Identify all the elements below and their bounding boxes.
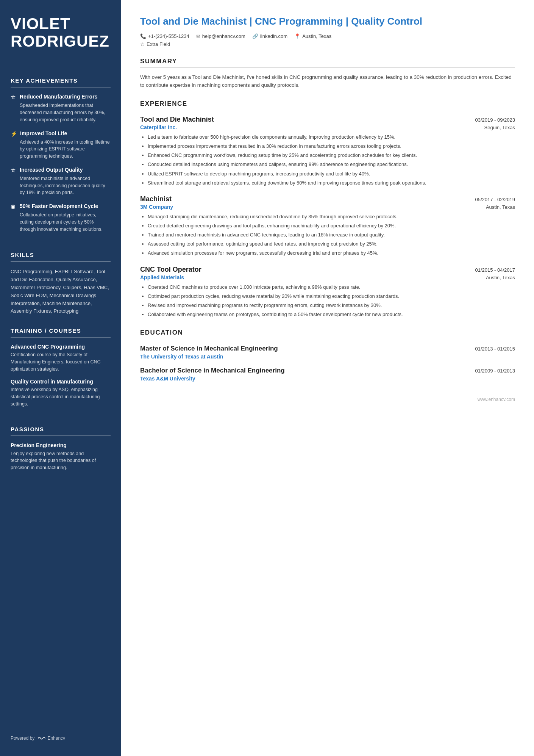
exp-2-bullets: Managed stamping die maintenance, reduci… xyxy=(140,213,515,257)
exp-1-company: Caterpillar Inc. xyxy=(140,124,177,130)
exp-2-subheader: 3M Company Austin, Texas xyxy=(140,204,515,210)
edu-entry-1: Master of Science in Mechanical Engineer… xyxy=(140,344,515,360)
edu-1-university: The University of Texas at Austin xyxy=(140,354,515,360)
email-icon: ✉ xyxy=(196,33,200,39)
contact-linkedin: 🔗 linkedin.com xyxy=(252,33,287,39)
achievements-heading: KEY ACHIEVEMENTS xyxy=(11,77,111,84)
exp-2-bullet-1: Managed stamping die maintenance, reduci… xyxy=(148,213,515,221)
sidebar-footer: Powered by Enhancv xyxy=(11,724,111,741)
experience-heading: EXPERIENCE xyxy=(140,100,515,108)
skills-divider xyxy=(11,261,111,262)
training-2-desc: Intensive workshop by ASQ, emphasizing s… xyxy=(11,386,111,407)
exp-1-header: Tool and Die Machinist 03/2019 - 09/2023 xyxy=(140,116,515,124)
training-1-desc: Certification course by the Society of M… xyxy=(11,351,111,373)
exp-1-bullet-3: Enhanced CNC programming workflows, redu… xyxy=(148,152,515,159)
training-2: Quality Control in Manufacturing Intensi… xyxy=(11,379,111,407)
passions-divider xyxy=(11,435,111,436)
exp-3-bullet-4: Collaborated with engineering teams on p… xyxy=(148,311,515,318)
contact-phone: 📞 +1-(234)-555-1234 xyxy=(140,33,189,39)
training-1-title: Advanced CNC Programming xyxy=(11,344,111,350)
exp-2-company: 3M Company xyxy=(140,204,173,210)
achievement-3-title: Increased Output Quality xyxy=(20,167,83,173)
achievement-1-title: Reduced Manufacturing Errors xyxy=(20,94,97,100)
exp-2-bullet-4: Assessed cutting tool performance, optim… xyxy=(148,240,515,248)
job-title: Tool and Die Machinist | CNC Programming… xyxy=(140,15,515,28)
exp-3-header: CNC Tool Operator 01/2015 - 04/2017 xyxy=(140,266,515,274)
exp-3-bullet-3: Revised and improved machining programs … xyxy=(148,302,515,309)
achievement-4: ◉ 50% Faster Development Cycle Collabora… xyxy=(11,203,111,233)
exp-3-title: CNC Tool Operator xyxy=(140,266,201,274)
edu-2-degree: Bachelor of Science in Mechanical Engine… xyxy=(140,366,475,375)
main-content: Tool and Die Machinist | CNC Programming… xyxy=(121,0,534,756)
edu-1-degree: Master of Science in Mechanical Engineer… xyxy=(140,344,475,353)
exp-3-bullet-2: Optimized part production cycles, reduci… xyxy=(148,293,515,300)
contact-email: ✉ help@enhancv.com xyxy=(196,33,245,39)
exp-1-bullet-5: Utilized ESPRIT software to develop mach… xyxy=(148,170,515,178)
achievement-1: ☆ Reduced Manufacturing Errors Spearhead… xyxy=(11,94,111,123)
phone-icon: 📞 xyxy=(140,33,146,39)
powered-by-label: Powered by xyxy=(11,736,34,741)
achievement-2-desc: Achieved a 40% increase in tooling lifet… xyxy=(11,139,111,160)
contact-extra-row: ☆ Extra Field xyxy=(140,41,515,47)
exp-2-bullet-5: Advanced simulation processes for new pr… xyxy=(148,249,515,257)
contact-extra: ☆ Extra Field xyxy=(140,41,170,47)
achievements-list: ☆ Reduced Manufacturing Errors Spearhead… xyxy=(11,94,111,239)
main-footer: www.enhancv.com xyxy=(140,397,515,402)
location-icon: 📍 xyxy=(294,33,300,39)
exp-3-bullet-1: Operated CNC machines to produce over 1,… xyxy=(148,283,515,291)
edu-1-header: Master of Science in Mechanical Engineer… xyxy=(140,344,515,353)
exp-1-bullet-1: Led a team to fabricate over 500 high-pr… xyxy=(148,133,515,141)
linkedin-icon: 🔗 xyxy=(252,33,258,39)
edu-2-university: Texas A&M University xyxy=(140,376,515,382)
skills-text: CNC Programming, ESPRIT Software, Tool a… xyxy=(11,268,111,315)
achievement-1-desc: Spearheaded implementations that decreas… xyxy=(11,102,111,123)
achievement-3-desc: Mentored machinists in advanced techniqu… xyxy=(11,175,111,196)
edu-1-dates: 01/2013 - 01/2015 xyxy=(475,346,515,352)
education-heading: EDUCATION xyxy=(140,329,515,337)
exp-1-location: Seguin, Texas xyxy=(484,125,515,130)
passions-heading: PASSIONS xyxy=(11,426,111,432)
exp-entry-2: Machinist 05/2017 - 02/2019 3M Company A… xyxy=(140,195,515,257)
exp-2-bullet-2: Created detailed engineering drawings an… xyxy=(148,222,515,230)
exp-3-dates: 01/2015 - 04/2017 xyxy=(475,267,515,273)
exp-3-bullets: Operated CNC machines to produce over 1,… xyxy=(140,283,515,319)
summary-heading: SUMMARY xyxy=(140,58,515,65)
passion-1-title: Precision Engineering xyxy=(11,442,111,448)
education-divider xyxy=(140,339,515,339)
experience-divider xyxy=(140,110,515,110)
edu-2-header: Bachelor of Science in Mechanical Engine… xyxy=(140,366,515,375)
achievement-1-icon: ☆ xyxy=(11,94,17,100)
exp-1-bullet-2: Implemented process improvements that re… xyxy=(148,142,515,150)
achievement-4-desc: Collaborated on prototype initiatives, c… xyxy=(11,211,111,233)
contact-row: 📞 +1-(234)-555-1234 ✉ help@enhancv.com 🔗… xyxy=(140,33,515,39)
achievement-4-icon: ◉ xyxy=(11,203,17,210)
edu-entry-2: Bachelor of Science in Mechanical Engine… xyxy=(140,366,515,382)
enhancv-logo-icon xyxy=(37,736,46,741)
sidebar: VIOLET RODRIGUEZ KEY ACHIEVEMENTS ☆ Redu… xyxy=(0,0,121,756)
exp-1-dates: 03/2019 - 09/2023 xyxy=(475,117,515,123)
achievements-divider xyxy=(11,87,111,88)
achievement-2-icon: ⚡ xyxy=(11,131,17,137)
achievement-2-title: Improved Tool Life xyxy=(20,130,67,136)
exp-1-subheader: Caterpillar Inc. Seguin, Texas xyxy=(140,124,515,130)
exp-3-subheader: Applied Materials Austin, Texas xyxy=(140,274,515,280)
passion-1-desc: I enjoy exploring new methods and techno… xyxy=(11,450,111,471)
skills-heading: SKILLS xyxy=(11,252,111,258)
exp-1-title: Tool and Die Machinist xyxy=(140,116,214,124)
exp-1-bullet-6: Streamlined tool storage and retrieval s… xyxy=(148,179,515,187)
contact-location: 📍 Austin, Texas xyxy=(294,33,331,39)
exp-2-bullet-3: Trained and mentored machinists in advan… xyxy=(148,231,515,239)
exp-2-location: Austin, Texas xyxy=(486,204,515,210)
extra-icon: ☆ xyxy=(140,41,145,47)
edu-2-dates: 01/2009 - 01/2013 xyxy=(475,368,515,374)
achievement-3: ☆ Increased Output Quality Mentored mach… xyxy=(11,167,111,196)
achievement-3-icon: ☆ xyxy=(11,167,17,173)
candidate-name: VIOLET RODRIGUEZ xyxy=(11,15,111,50)
exp-1-bullet-4: Conducted detailed inspections using mic… xyxy=(148,161,515,168)
exp-3-location: Austin, Texas xyxy=(486,275,515,280)
training-1: Advanced CNC Programming Certification c… xyxy=(11,344,111,373)
exp-1-bullets: Led a team to fabricate over 500 high-pr… xyxy=(140,133,515,187)
training-divider xyxy=(11,337,111,338)
footer-url: www.enhancv.com xyxy=(478,397,515,402)
training-list: Advanced CNC Programming Certification c… xyxy=(11,344,111,414)
